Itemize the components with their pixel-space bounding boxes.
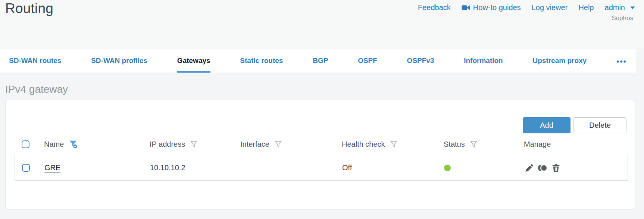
section-title: IPv4 gateway (5, 83, 644, 95)
content-area: IPv4 gateway Add Delete Name (0, 73, 644, 219)
clone-icon[interactable] (537, 163, 548, 173)
gateway-health-check: Off (342, 164, 352, 172)
feedback-link[interactable]: Feedback (418, 3, 451, 12)
page-header: Routing Feedback How-to guides Log viewe… (0, 0, 644, 48)
name-filter-active-icon[interactable] (68, 139, 78, 149)
tab-gateways[interactable]: Gateways (177, 48, 210, 73)
tab-information[interactable]: Information (464, 48, 503, 73)
video-camera-icon (462, 4, 470, 11)
status-up-indicator (444, 165, 451, 171)
howto-guides-link[interactable]: How-to guides (462, 3, 521, 12)
log-viewer-link[interactable]: Log viewer (532, 3, 568, 12)
tab-upstream-proxy[interactable]: Upstream proxy (532, 48, 587, 73)
gateway-name-link[interactable]: GRE (44, 164, 60, 172)
page-title: Routing (5, 1, 53, 16)
health-check-filter-icon[interactable] (390, 140, 398, 149)
column-header-interface: Interface (240, 140, 269, 149)
edit-icon[interactable] (524, 163, 534, 173)
help-link[interactable]: Help (578, 3, 594, 12)
tab-ospfv3[interactable]: OSPFv3 (407, 48, 434, 73)
column-header-ip-address: IP address (150, 140, 185, 149)
row-checkbox[interactable] (22, 164, 30, 172)
column-header-manage: Manage (524, 140, 551, 149)
table-toolbar: Add Delete (523, 117, 626, 133)
ip-address-filter-icon[interactable] (190, 140, 198, 149)
tabs-overflow-icon[interactable]: ••• (616, 48, 627, 73)
delete-icon[interactable] (551, 163, 561, 173)
top-nav: Feedback How-to guides Log viewer Help a… (418, 3, 635, 12)
column-header-status: Status (444, 140, 465, 149)
gateway-ip-address: 10.10.10.2 (150, 164, 185, 172)
column-header-health-check: Health check (342, 140, 385, 149)
tab-bgp[interactable]: BGP (313, 48, 328, 73)
table-header-row: Name IP address Interface (15, 136, 628, 152)
user-menu[interactable]: admin (605, 3, 635, 12)
delete-button[interactable]: Delete (573, 117, 626, 133)
account-name: Sophos (612, 15, 633, 22)
status-filter-icon[interactable] (469, 140, 478, 149)
column-header-name: Name (44, 140, 64, 149)
tab-sd-wan-routes[interactable]: SD-WAN routes (9, 48, 61, 73)
select-all-checkbox[interactable] (22, 140, 29, 148)
add-button[interactable]: Add (523, 117, 570, 133)
routing-tabbar: SD-WAN routes SD-WAN profiles Gateways S… (0, 48, 636, 73)
ipv4-gateway-card: Add Delete Name IP address (5, 100, 635, 209)
tab-sd-wan-profiles[interactable]: SD-WAN profiles (91, 48, 147, 73)
table-row: GRE 10.10.10.2 Off (15, 155, 628, 181)
tab-static-routes[interactable]: Static routes (240, 48, 283, 73)
chevron-down-icon (630, 6, 635, 9)
interface-filter-icon[interactable] (274, 140, 282, 149)
tab-ospf[interactable]: OSPF (358, 48, 377, 73)
